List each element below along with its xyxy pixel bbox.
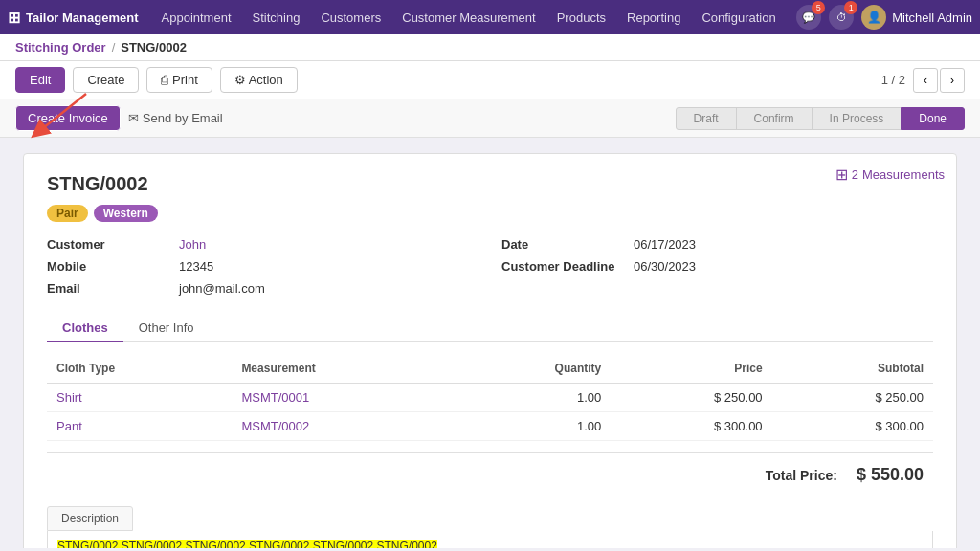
grid-measurements-icon: ⊞: [835, 165, 848, 184]
description-section: Description STNG/0002 STNG/0002 STNG/000…: [47, 506, 933, 548]
measurements-button[interactable]: ⊞ 2 Measurements: [835, 165, 945, 184]
info-grid: Customer John Date 06/17/2023 Mobile 123…: [47, 237, 933, 296]
action-button[interactable]: ⚙ Action: [220, 67, 298, 93]
deadline-label: Customer Deadline: [501, 259, 626, 274]
tab-clothes[interactable]: Clothes: [47, 315, 123, 342]
print-button[interactable]: ⎙ Print: [146, 67, 212, 93]
create-invoice-button[interactable]: Create Invoice: [15, 105, 121, 131]
document-title: STNG/0002: [47, 173, 933, 195]
mobile-label: Mobile: [47, 259, 171, 274]
col-quantity: Quantity: [455, 354, 612, 384]
date-row: Date 06/17/2023: [501, 237, 933, 252]
nav-customers[interactable]: Customers: [311, 7, 390, 29]
breadcrumb-separator: /: [112, 40, 116, 55]
clock-button[interactable]: ⏱ 1: [829, 5, 854, 30]
messages-badge: 5: [812, 1, 825, 14]
email-row: Email john@mail.com: [47, 281, 479, 296]
row2-measurement[interactable]: MSMT/0002: [232, 412, 454, 441]
nav-configuration[interactable]: Configuration: [692, 7, 785, 29]
top-menu: Appointment Stitching Customers Customer…: [152, 7, 793, 29]
document-tabs: Clothes Other Info: [47, 315, 933, 342]
document-tags: Pair Western: [47, 205, 933, 222]
col-measurement: Measurement: [232, 354, 454, 384]
main-content: ⊞ 2 Measurements STNG/0002 Pair Western …: [0, 138, 980, 548]
row2-cloth-type[interactable]: Pant: [47, 412, 232, 441]
mobile-value: 12345: [179, 259, 213, 274]
measurements-label: Measurements: [862, 167, 945, 182]
user-name: Mitchell Admin: [892, 11, 972, 25]
description-tab-label[interactable]: Description: [47, 506, 133, 531]
mobile-row: Mobile 12345: [47, 259, 479, 274]
row1-subtotal: $ 250.00: [772, 384, 933, 412]
messages-button[interactable]: 💬 5: [796, 5, 821, 30]
send-email-button[interactable]: ✉ Send by Email: [128, 111, 223, 125]
page-info: 1 / 2: [881, 73, 905, 87]
email-icon: ✉: [128, 111, 139, 125]
user-avatar: 👤: [861, 5, 886, 30]
customer-value[interactable]: John: [179, 237, 206, 252]
top-navigation: ⊞ Tailor Management Appointment Stitchin…: [0, 0, 980, 34]
customer-label: Customer: [47, 237, 171, 252]
action-toolbar: Create Invoice ✉ Send by Email Draft Con…: [0, 99, 980, 138]
clock-badge: 1: [844, 1, 858, 14]
next-arrow[interactable]: ›: [940, 68, 965, 93]
toolbar-right: 1 / 2 ‹ ›: [881, 68, 965, 93]
app-title: Tailor Management: [26, 11, 139, 25]
table-row: Pant MSMT/0002 1.00 $ 300.00 $ 300.00: [47, 412, 933, 441]
nav-appointment[interactable]: Appointment: [152, 7, 241, 29]
col-subtotal: Subtotal: [772, 354, 933, 384]
total-row: Total Price: $ 550.00: [47, 452, 933, 491]
status-in-process[interactable]: In Process: [812, 107, 902, 130]
row1-measurement[interactable]: MSMT/0001: [232, 384, 454, 412]
customer-row: Customer John: [47, 237, 479, 252]
table-row: Shirt MSMT/0001 1.00 $ 250.00 $ 250.00: [47, 384, 933, 412]
edit-button[interactable]: Edit: [15, 67, 65, 93]
col-price: Price: [611, 354, 771, 384]
grid-icon: ⊞: [8, 9, 20, 27]
row1-quantity: 1.00: [455, 384, 612, 412]
tag-pair[interactable]: Pair: [47, 205, 88, 222]
breadcrumb: Stitching Order / STNG/0002: [0, 34, 980, 61]
tag-western[interactable]: Western: [94, 205, 158, 222]
total-price-label: Total Price:: [766, 468, 837, 483]
deadline-value: 06/30/2023: [634, 259, 696, 274]
status-steps: Draft Confirm In Process Done: [677, 107, 965, 130]
nav-reporting[interactable]: Reporting: [617, 7, 690, 29]
date-value: 06/17/2023: [634, 237, 696, 252]
nav-stitching[interactable]: Stitching: [243, 7, 310, 29]
description-content: STNG/0002 STNG/0002 STNG/0002 STNG/0002 …: [47, 531, 933, 548]
tab-other-info[interactable]: Other Info: [123, 315, 210, 342]
date-label: Date: [501, 237, 626, 252]
deadline-row: Customer Deadline 06/30/2023: [501, 259, 933, 274]
top-nav-right: 💬 5 ⏱ 1 👤 Mitchell Admin: [796, 5, 972, 30]
status-confirm[interactable]: Confirm: [736, 107, 813, 130]
description-text: STNG/0002 STNG/0002 STNG/0002 STNG/0002 …: [57, 540, 437, 548]
app-logo: ⊞ Tailor Management: [8, 9, 139, 27]
nav-customer-measurement[interactable]: Customer Measurement: [392, 7, 545, 29]
breadcrumb-parent[interactable]: Stitching Order: [15, 40, 106, 55]
clothes-table: Cloth Type Measurement Quantity Price Su…: [47, 354, 933, 441]
email-label: Email: [47, 281, 171, 296]
row1-cloth-type[interactable]: Shirt: [47, 384, 232, 412]
send-email-label: Send by Email: [143, 111, 223, 125]
row2-price: $ 300.00: [611, 412, 771, 441]
total-price-value: $ 550.00: [857, 465, 924, 485]
breadcrumb-current: STNG/0002: [121, 40, 187, 55]
measurements-count: 2: [852, 167, 858, 182]
row1-price: $ 250.00: [611, 384, 771, 412]
row2-quantity: 1.00: [455, 412, 612, 441]
prev-arrow[interactable]: ‹: [913, 68, 938, 93]
main-toolbar: Edit Create ⎙ Print ⚙ Action 1 / 2 ‹ ›: [0, 61, 980, 99]
status-done[interactable]: Done: [901, 107, 965, 130]
nav-products[interactable]: Products: [547, 7, 615, 29]
email-value: john@mail.com: [179, 281, 265, 296]
create-button[interactable]: Create: [73, 67, 139, 93]
user-menu-button[interactable]: 👤 Mitchell Admin: [861, 5, 972, 30]
document-card: ⊞ 2 Measurements STNG/0002 Pair Western …: [23, 153, 957, 548]
status-draft[interactable]: Draft: [676, 107, 737, 130]
nav-arrows: ‹ ›: [913, 68, 965, 93]
row2-subtotal: $ 300.00: [772, 412, 933, 441]
col-cloth-type: Cloth Type: [47, 354, 232, 384]
